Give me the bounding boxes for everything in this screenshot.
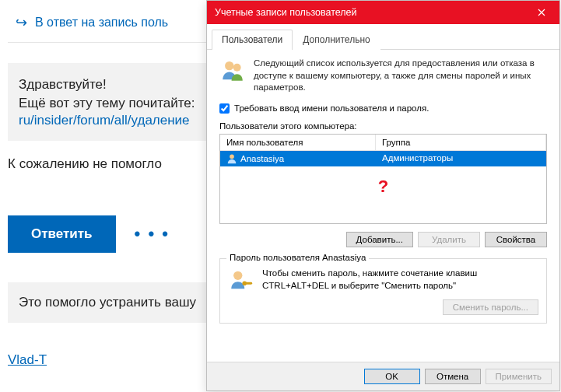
user-accounts-dialog: Учетные записи пользователей Пользовател… [206,0,560,391]
users-list-label: Пользователи этого компьютера: [219,121,547,131]
reply-button[interactable]: Ответить [8,215,116,253]
user-icon [226,153,237,164]
password-group: Пароль пользователя Anastasiya Чтобы сме… [219,258,547,324]
key-icon [228,267,254,293]
require-login-checkbox[interactable] [219,103,230,114]
apply-button: Применить [486,369,552,384]
close-icon [538,9,545,16]
change-password-button: Сменить пароль... [443,299,538,315]
close-button[interactable] [524,1,559,24]
dialog-body: Следующий список используется для предос… [207,50,559,362]
intro-row: Следующий список используется для предос… [219,58,547,94]
question-mark-annotation: ? [378,177,388,197]
require-login-label: Требовать ввод имени пользователя и паро… [234,103,429,113]
password-group-title: Пароль пользователя Anastasiya [226,253,369,262]
users-list[interactable]: Имя пользователя Группа Anastasiya Админ… [219,134,547,224]
svg-point-5 [242,281,247,285]
users-icon [219,58,246,84]
column-username[interactable]: Имя пользователя [220,135,376,150]
user-buttons-row: Добавить... Удалить Свойства [219,232,547,247]
dialog-title: Учетные записи пользователей [215,7,357,18]
delete-button: Удалить [418,232,480,247]
users-list-header: Имя пользователя Группа [220,135,546,151]
user-group: Администраторы [376,151,546,166]
user-link-vlad[interactable]: Vlad-T [8,352,47,368]
svg-point-0 [225,61,233,70]
tabstrip: Пользователи Дополнительно [207,24,559,50]
cancel-button[interactable]: Отмена [425,369,481,384]
reply-arrow-icon: ↪ [16,14,27,31]
ok-button[interactable]: OK [364,369,420,384]
column-group[interactable]: Группа [376,135,546,150]
forum-link[interactable]: ru/insider/forum/all/удаление [19,113,190,128]
user-row[interactable]: Anastasiya Администраторы [220,151,546,166]
tab-users[interactable]: Пользователи [212,30,293,50]
more-actions-icon[interactable]: • • • [135,224,170,244]
tab-advanced[interactable]: Дополнительно [293,30,380,50]
svg-point-3 [233,271,242,279]
svg-point-1 [233,64,241,72]
svg-point-2 [230,154,234,159]
user-name: Anastasiya [240,154,284,163]
properties-button[interactable]: Свойства [485,232,547,247]
add-button[interactable]: Добавить... [346,232,413,247]
require-login-row[interactable]: Требовать ввод имени пользователя и паро… [219,103,547,114]
reply-banner-text: В ответ на запись поль [35,16,168,30]
password-group-text: Чтобы сменить пароль, нажмите сочетание … [262,268,538,292]
titlebar[interactable]: Учетные записи пользователей [207,1,559,24]
intro-text: Следующий список используется для предос… [254,58,547,94]
dialog-footer: OK Отмена Применить [207,362,559,390]
